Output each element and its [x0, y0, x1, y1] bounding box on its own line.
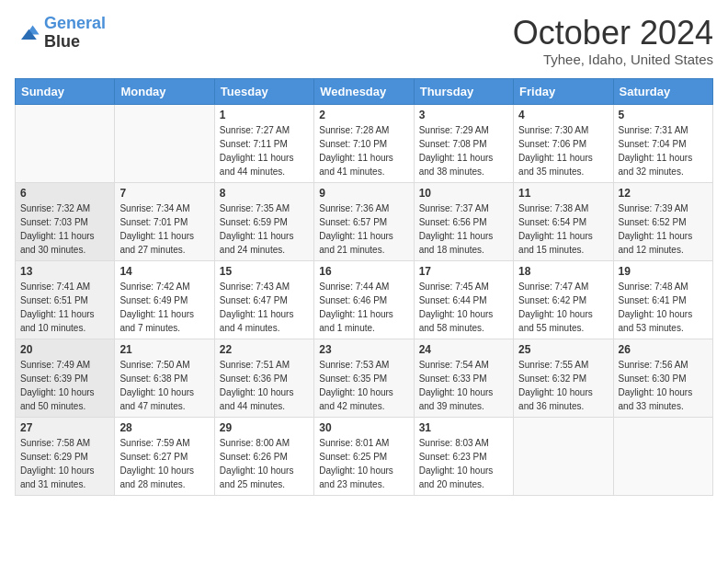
calendar-week-1: 1Sunrise: 7:27 AMSunset: 7:11 PMDaylight…: [16, 104, 713, 182]
day-detail: Sunrise: 7:30 AMSunset: 7:06 PMDaylight:…: [518, 123, 608, 178]
day-detail: Sunrise: 7:44 AMSunset: 6:46 PMDaylight:…: [319, 280, 408, 335]
calendar-cell: 2Sunrise: 7:28 AMSunset: 7:10 PMDaylight…: [314, 104, 414, 182]
calendar-cell: 15Sunrise: 7:43 AMSunset: 6:47 PMDayligh…: [214, 260, 313, 339]
day-number: 20: [20, 343, 109, 356]
calendar-cell: [514, 417, 613, 495]
day-number: 22: [220, 343, 309, 356]
day-detail: Sunrise: 7:54 AMSunset: 6:33 PMDaylight:…: [419, 358, 508, 413]
day-detail: Sunrise: 7:34 AMSunset: 7:01 PMDaylight:…: [119, 201, 209, 257]
day-number: 30: [319, 421, 408, 434]
day-detail: Sunrise: 7:29 AMSunset: 7:08 PMDaylight:…: [419, 123, 508, 178]
day-number: 13: [20, 265, 109, 278]
day-detail: Sunrise: 7:37 AMSunset: 6:56 PMDaylight:…: [419, 201, 508, 257]
calendar-cell: 3Sunrise: 7:29 AMSunset: 7:08 PMDaylight…: [414, 104, 513, 182]
calendar-cell: 9Sunrise: 7:36 AMSunset: 6:57 PMDaylight…: [314, 182, 414, 260]
day-number: 29: [220, 421, 309, 434]
day-number: 6: [20, 187, 109, 200]
day-number: 23: [319, 343, 408, 356]
calendar-cell: 13Sunrise: 7:41 AMSunset: 6:51 PMDayligh…: [16, 260, 115, 339]
calendar-cell: 30Sunrise: 8:01 AMSunset: 6:25 PMDayligh…: [314, 417, 414, 495]
calendar-cell: 24Sunrise: 7:54 AMSunset: 6:33 PMDayligh…: [414, 339, 513, 417]
logo: General Blue: [15, 15, 106, 52]
calendar-cell: 20Sunrise: 7:49 AMSunset: 6:39 PMDayligh…: [16, 339, 115, 417]
day-detail: Sunrise: 7:51 AMSunset: 6:36 PMDaylight:…: [220, 358, 309, 413]
day-number: 31: [419, 421, 508, 434]
day-number: 15: [220, 265, 309, 278]
day-number: 19: [619, 265, 708, 278]
day-detail: Sunrise: 7:32 AMSunset: 7:03 PMDaylight:…: [20, 201, 109, 257]
calendar-cell: 4Sunrise: 7:30 AMSunset: 7:06 PMDaylight…: [514, 104, 613, 182]
day-number: 4: [518, 109, 608, 121]
day-number: 11: [518, 187, 608, 200]
calendar-cell: 27Sunrise: 7:58 AMSunset: 6:29 PMDayligh…: [16, 417, 115, 495]
weekday-header-friday: Friday: [514, 78, 613, 104]
calendar-cell: 8Sunrise: 7:35 AMSunset: 6:59 PMDaylight…: [214, 182, 313, 260]
day-detail: Sunrise: 7:55 AMSunset: 6:32 PMDaylight:…: [518, 358, 608, 413]
day-detail: Sunrise: 7:58 AMSunset: 6:29 PMDaylight:…: [20, 436, 109, 491]
day-number: 26: [619, 343, 708, 356]
calendar-cell: 16Sunrise: 7:44 AMSunset: 6:46 PMDayligh…: [314, 260, 414, 339]
calendar-week-2: 6Sunrise: 7:32 AMSunset: 7:03 PMDaylight…: [16, 182, 713, 260]
day-number: 3: [419, 109, 508, 121]
day-number: 10: [419, 187, 508, 200]
day-number: 5: [619, 109, 708, 121]
calendar-cell: 11Sunrise: 7:38 AMSunset: 6:54 PMDayligh…: [514, 182, 613, 260]
calendar-cell: 25Sunrise: 7:55 AMSunset: 6:32 PMDayligh…: [514, 339, 613, 417]
calendar-cell: 21Sunrise: 7:50 AMSunset: 6:38 PMDayligh…: [115, 339, 214, 417]
calendar-cell: 19Sunrise: 7:48 AMSunset: 6:41 PMDayligh…: [613, 260, 712, 339]
day-detail: Sunrise: 7:50 AMSunset: 6:38 PMDaylight:…: [119, 358, 209, 413]
sub-title: Tyhee, Idaho, United States: [513, 52, 713, 67]
calendar-cell: 1Sunrise: 7:27 AMSunset: 7:11 PMDaylight…: [214, 104, 313, 182]
day-number: 24: [419, 343, 508, 356]
day-number: 1: [220, 109, 309, 121]
day-number: 28: [119, 421, 209, 434]
calendar-cell: 10Sunrise: 7:37 AMSunset: 6:56 PMDayligh…: [414, 182, 513, 260]
day-number: 25: [518, 343, 608, 356]
calendar-cell: [613, 417, 712, 495]
calendar-cell: 28Sunrise: 7:59 AMSunset: 6:27 PMDayligh…: [115, 417, 214, 495]
weekday-header-row: SundayMondayTuesdayWednesdayThursdayFrid…: [16, 78, 713, 104]
calendar-week-4: 20Sunrise: 7:49 AMSunset: 6:39 PMDayligh…: [16, 339, 713, 417]
calendar-week-3: 13Sunrise: 7:41 AMSunset: 6:51 PMDayligh…: [16, 260, 713, 339]
day-detail: Sunrise: 7:41 AMSunset: 6:51 PMDaylight:…: [20, 280, 109, 335]
day-number: 27: [20, 421, 109, 434]
logo-text: General Blue: [44, 15, 106, 52]
day-detail: Sunrise: 8:00 AMSunset: 6:26 PMDaylight:…: [220, 436, 309, 491]
day-detail: Sunrise: 7:47 AMSunset: 6:42 PMDaylight:…: [518, 280, 608, 335]
logo-icon: [15, 20, 40, 46]
calendar-cell: [115, 104, 214, 182]
calendar-cell: 17Sunrise: 7:45 AMSunset: 6:44 PMDayligh…: [414, 260, 513, 339]
day-number: 9: [319, 187, 408, 200]
calendar-cell: 29Sunrise: 8:00 AMSunset: 6:26 PMDayligh…: [214, 417, 313, 495]
calendar-cell: 31Sunrise: 8:03 AMSunset: 6:23 PMDayligh…: [414, 417, 513, 495]
calendar-cell: 6Sunrise: 7:32 AMSunset: 7:03 PMDaylight…: [16, 182, 115, 260]
weekday-header-monday: Monday: [115, 78, 214, 104]
weekday-header-sunday: Sunday: [16, 78, 115, 104]
calendar-cell: 18Sunrise: 7:47 AMSunset: 6:42 PMDayligh…: [514, 260, 613, 339]
day-detail: Sunrise: 7:56 AMSunset: 6:30 PMDaylight:…: [619, 358, 708, 413]
weekday-header-saturday: Saturday: [613, 78, 712, 104]
day-detail: Sunrise: 7:49 AMSunset: 6:39 PMDaylight:…: [20, 358, 109, 413]
day-detail: Sunrise: 7:59 AMSunset: 6:27 PMDaylight:…: [119, 436, 209, 491]
day-number: 14: [119, 265, 209, 278]
calendar-cell: 14Sunrise: 7:42 AMSunset: 6:49 PMDayligh…: [115, 260, 214, 339]
day-detail: Sunrise: 7:42 AMSunset: 6:49 PMDaylight:…: [119, 280, 209, 335]
calendar-cell: 7Sunrise: 7:34 AMSunset: 7:01 PMDaylight…: [115, 182, 214, 260]
header: General Blue October 2024 Tyhee, Idaho, …: [15, 15, 713, 67]
weekday-header-tuesday: Tuesday: [214, 78, 313, 104]
weekday-header-thursday: Thursday: [414, 78, 513, 104]
day-number: 16: [319, 265, 408, 278]
calendar-week-5: 27Sunrise: 7:58 AMSunset: 6:29 PMDayligh…: [16, 417, 713, 495]
weekday-header-wednesday: Wednesday: [314, 78, 414, 104]
day-detail: Sunrise: 8:03 AMSunset: 6:23 PMDaylight:…: [419, 436, 508, 491]
day-detail: Sunrise: 7:27 AMSunset: 7:11 PMDaylight:…: [220, 123, 309, 178]
main-title: October 2024: [513, 15, 713, 52]
day-number: 7: [119, 187, 209, 200]
day-number: 12: [619, 187, 708, 200]
day-number: 8: [220, 187, 309, 200]
day-detail: Sunrise: 7:53 AMSunset: 6:35 PMDaylight:…: [319, 358, 408, 413]
logo-line2: Blue: [44, 33, 106, 52]
calendar: SundayMondayTuesdayWednesdayThursdayFrid…: [15, 78, 713, 496]
calendar-cell: 23Sunrise: 7:53 AMSunset: 6:35 PMDayligh…: [314, 339, 414, 417]
day-detail: Sunrise: 7:36 AMSunset: 6:57 PMDaylight:…: [319, 201, 408, 257]
